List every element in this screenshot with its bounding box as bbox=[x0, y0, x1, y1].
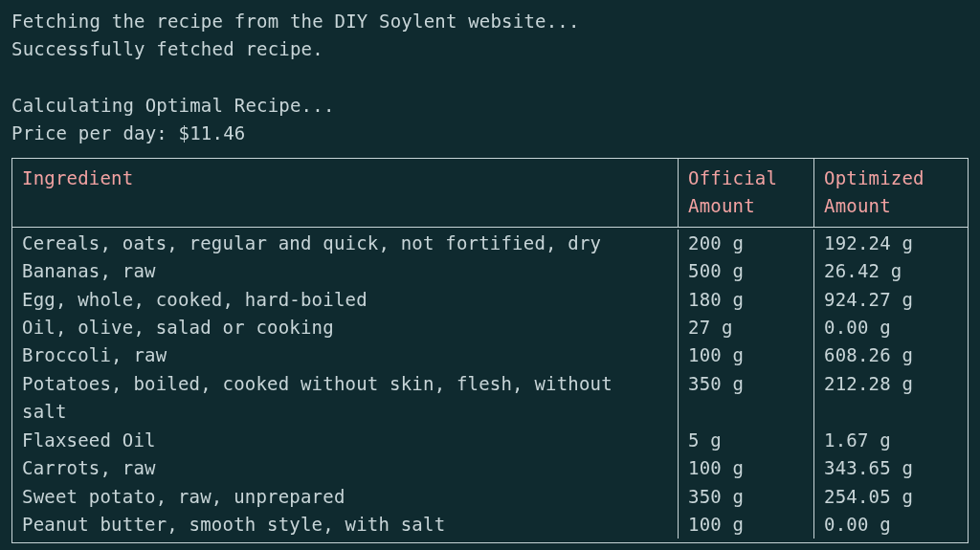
th-optimized: Optimized Amount bbox=[814, 159, 966, 227]
price-value: $11.46 bbox=[179, 122, 246, 143]
cell-optimized: 212.28 g bbox=[814, 370, 966, 427]
log-fetching: Fetching the recipe from the DIY Soylent… bbox=[11, 8, 969, 35]
cell-official: 180 g bbox=[679, 286, 814, 314]
th-official-l1: Official bbox=[688, 165, 804, 192]
cell-optimized: 608.26 g bbox=[814, 341, 966, 369]
cell-optimized: 343.65 g bbox=[814, 454, 966, 482]
cell-ingredient: Cereals, oats, regular and quick, not fo… bbox=[12, 230, 679, 257]
cell-official: 5 g bbox=[679, 427, 814, 454]
log-price: Price per day: $11.46 bbox=[11, 120, 969, 147]
cell-ingredient: Carrots, raw bbox=[12, 454, 679, 482]
th-official-l2: Amount bbox=[688, 192, 804, 220]
recipe-table: Ingredient Official Amount Optimized Amo… bbox=[11, 158, 969, 544]
cell-ingredient: Potatoes, boiled, cooked without skin, f… bbox=[12, 370, 679, 427]
cell-optimized: 924.27 g bbox=[814, 286, 966, 314]
cell-official: 200 g bbox=[679, 230, 814, 257]
cell-optimized: 192.24 g bbox=[814, 230, 966, 257]
cell-ingredient: Broccoli, raw bbox=[12, 341, 679, 369]
cell-official: 100 g bbox=[679, 511, 814, 539]
cell-official: 100 g bbox=[679, 454, 814, 482]
cell-official: 27 g bbox=[679, 314, 814, 341]
log-success: Successfully fetched recipe. bbox=[11, 35, 969, 63]
table-row: Sweet potato, raw, unprepared350 g254.05… bbox=[12, 483, 968, 511]
cell-ingredient: Sweet potato, raw, unprepared bbox=[12, 483, 679, 511]
table-row: Flaxseed Oil5 g1.67 g bbox=[12, 427, 968, 454]
log-calculating: Calculating Optimal Recipe... bbox=[11, 92, 969, 120]
table-row: Oil, olive, salad or cooking27 g0.00 g bbox=[12, 314, 968, 341]
cell-optimized: 0.00 g bbox=[814, 511, 966, 539]
table-row: Broccoli, raw100 g608.26 g bbox=[12, 341, 968, 369]
th-ingredient: Ingredient bbox=[12, 159, 679, 227]
cell-optimized: 254.05 g bbox=[814, 483, 966, 511]
table-row: Carrots, raw100 g343.65 g bbox=[12, 454, 968, 482]
cell-ingredient: Peanut butter, smooth style, with salt bbox=[12, 511, 679, 539]
cell-optimized: 26.42 g bbox=[814, 257, 966, 285]
cell-optimized: 0.00 g bbox=[814, 314, 966, 341]
cell-optimized: 1.67 g bbox=[814, 427, 966, 454]
table-row: Peanut butter, smooth style, with salt10… bbox=[12, 511, 968, 539]
cell-ingredient: Bananas, raw bbox=[12, 257, 679, 285]
th-official: Official Amount bbox=[679, 159, 814, 227]
th-ingredient-label: Ingredient bbox=[22, 165, 668, 192]
cell-ingredient: Egg, whole, cooked, hard-boiled bbox=[12, 286, 679, 314]
cell-official: 500 g bbox=[679, 257, 814, 285]
table-header-row: Ingredient Official Amount Optimized Amo… bbox=[12, 159, 968, 228]
table-row: Bananas, raw500 g26.42 g bbox=[12, 257, 968, 285]
cell-official: 350 g bbox=[679, 370, 814, 427]
price-label: Price per day: bbox=[11, 122, 179, 143]
table-row: Potatoes, boiled, cooked without skin, f… bbox=[12, 370, 968, 427]
table-row: Cereals, oats, regular and quick, not fo… bbox=[12, 230, 968, 257]
cell-ingredient: Flaxseed Oil bbox=[12, 427, 679, 454]
th-optimized-l1: Optimized bbox=[824, 165, 956, 192]
table-body: Cereals, oats, regular and quick, not fo… bbox=[12, 228, 968, 543]
cell-ingredient: Oil, olive, salad or cooking bbox=[12, 314, 679, 341]
cell-official: 350 g bbox=[679, 483, 814, 511]
th-optimized-l2: Amount bbox=[824, 192, 956, 220]
cell-official: 100 g bbox=[679, 341, 814, 369]
blank-line bbox=[11, 64, 969, 92]
table-row: Egg, whole, cooked, hard-boiled180 g924.… bbox=[12, 286, 968, 314]
